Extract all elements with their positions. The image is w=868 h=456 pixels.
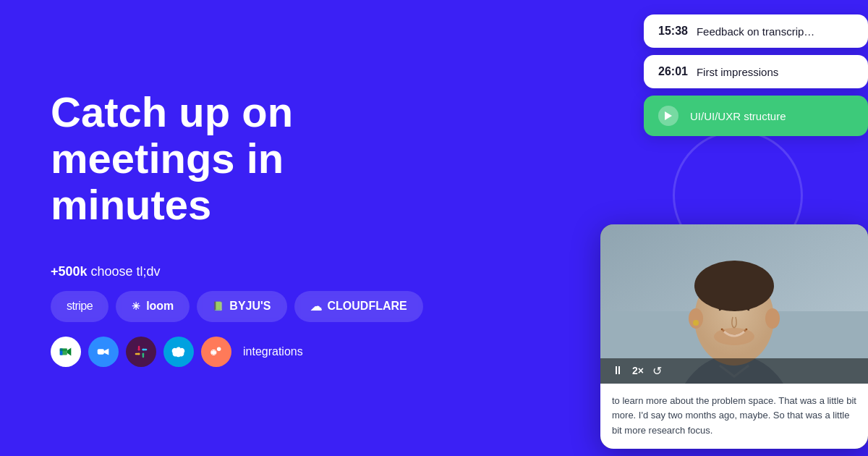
speed-badge[interactable]: 2× <box>632 365 644 376</box>
video-thumbnail: ⏸ 2× ↺ <box>600 224 868 384</box>
cloudflare-label: CLOUDFLARE <box>328 300 407 313</box>
byjus-label: BYJU'S <box>229 300 271 313</box>
video-card: ⏸ 2× ↺ to learn more about the problem s… <box>600 224 868 449</box>
icon-google-meet <box>51 337 81 367</box>
right-panel: 15:38 Feedback on transcrip… 26:01 First… <box>564 0 868 456</box>
icon-salesforce <box>163 337 194 367</box>
transcript-time-2: 26:01 <box>658 65 688 78</box>
brand-cloudflare: ☁ CLOUDFLARE <box>294 291 423 322</box>
svg-rect-11 <box>142 352 145 355</box>
svg-marker-5 <box>104 348 109 355</box>
svg-rect-4 <box>98 349 104 354</box>
transcript-title-3: UI/UI/UXR structure <box>690 110 786 122</box>
transcript-card-2[interactable]: 26:01 First impressions <box>644 55 868 88</box>
social-proof-section: +500k choose tl;dv stripe ✳ loom 📗 BYJU'… <box>51 264 564 367</box>
pause-button[interactable]: ⏸ <box>612 364 624 377</box>
icon-zoom <box>88 337 119 367</box>
svg-marker-18 <box>665 111 672 120</box>
svg-point-26 <box>765 308 780 329</box>
svg-rect-10 <box>138 349 140 351</box>
transcript-text-box: to learn more about the problem space. T… <box>600 384 868 449</box>
video-controls: ⏸ 2× ↺ <box>600 358 868 384</box>
user-count: +500k <box>51 264 88 279</box>
byjus-icon: 📗 <box>213 301 224 311</box>
left-panel: Catch up onmeetings in minutes +500k cho… <box>0 0 564 456</box>
svg-rect-12 <box>138 352 140 355</box>
main-container: Catch up onmeetings in minutes +500k cho… <box>0 0 868 456</box>
svg-point-27 <box>714 328 754 345</box>
icon-slack <box>126 337 156 367</box>
brand-stripe: stripe <box>51 291 109 322</box>
social-proof-suffix: choose tl;dv <box>88 264 161 279</box>
play-icon <box>658 106 678 126</box>
transcript-text: to learn more about the problem space. T… <box>612 394 856 439</box>
loom-label: loom <box>146 300 174 313</box>
transcript-card-1[interactable]: 15:38 Feedback on transcrip… <box>644 14 868 48</box>
loom-icon: ✳ <box>132 300 140 312</box>
svg-point-28 <box>693 320 699 326</box>
transcript-title-2: First impressions <box>697 66 778 78</box>
transcript-card-3-active[interactable]: UI/UI/UXR structure <box>644 96 868 136</box>
cloudflare-icon: ☁ <box>310 300 322 313</box>
transcript-title-1: Feedback on transcrip… <box>697 25 814 38</box>
rewind-button[interactable]: ↺ <box>652 364 662 378</box>
transcript-cards: 15:38 Feedback on transcrip… 26:01 First… <box>644 14 868 136</box>
transcript-time-1: 15:38 <box>658 25 688 38</box>
icon-hubspot <box>201 337 231 367</box>
svg-point-17 <box>212 350 216 355</box>
svg-point-14 <box>217 347 221 351</box>
brand-byjus: 📗 BYJU'S <box>197 291 286 322</box>
headline: Catch up onmeetings in minutes <box>51 89 398 227</box>
integration-row: integrations <box>51 337 564 367</box>
integrations-label: integrations <box>243 345 303 358</box>
brand-loom: ✳ loom <box>116 291 190 322</box>
svg-rect-3 <box>60 348 67 351</box>
svg-marker-1 <box>67 347 72 355</box>
stripe-label: stripe <box>67 300 93 313</box>
brand-pills: stripe ✳ loom 📗 BYJU'S ☁ CLOUDFLARE <box>51 291 564 322</box>
svg-rect-13 <box>142 349 145 351</box>
svg-point-24 <box>694 261 774 311</box>
social-proof-text: +500k choose tl;dv <box>51 264 564 279</box>
